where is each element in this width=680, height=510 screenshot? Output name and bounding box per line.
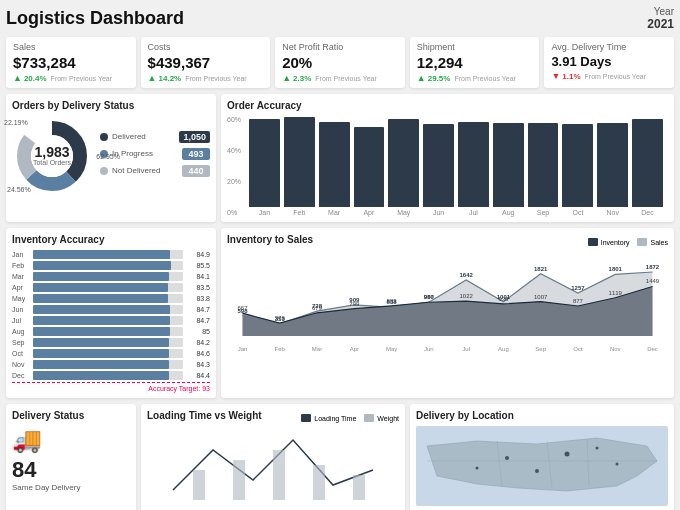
kpi-label-2: Net Profit Ratio	[282, 42, 398, 52]
bar-label-5: Jun	[433, 209, 444, 216]
svg-text:1449: 1449	[646, 278, 660, 284]
kpi-card-3: Shipment 12,294 ▲ 29.5% From Previous Ye…	[410, 37, 540, 88]
bar-label-11: Dec	[641, 209, 653, 216]
svg-rect-41	[233, 460, 245, 500]
dashboard: Logistics Dashboard Year 2021 Sales $733…	[0, 0, 680, 510]
bar-7	[493, 123, 524, 207]
kpi-label-4: Avg. Delivery Time	[551, 42, 667, 52]
inv-fill-1	[33, 261, 171, 270]
legend-badge-0: 1,050	[179, 131, 210, 143]
inv-sales-svg: 6673766797998839871022938100787711191449…	[227, 254, 668, 354]
bar-label-8: Sep	[537, 209, 549, 216]
inv-month-6: Jul	[12, 317, 30, 324]
inv-track-11	[33, 371, 183, 380]
inv-row-6: Jul 84.7	[12, 316, 210, 325]
delivery-status-title: Delivery Status	[12, 410, 130, 421]
svg-rect-44	[353, 475, 365, 500]
inv-val-2: 84.1	[186, 273, 210, 280]
svg-rect-42	[273, 450, 285, 500]
svg-text:1022: 1022	[459, 293, 473, 299]
page-title: Logistics Dashboard	[6, 8, 184, 29]
pct-delivered: 62.95%	[96, 153, 120, 160]
bar-col-0: Jan	[249, 119, 280, 216]
inv-fill-2	[33, 272, 169, 281]
svg-text:Jan: Jan	[238, 346, 248, 352]
svg-text:1821: 1821	[534, 266, 548, 272]
legend-badge-1: 493	[182, 148, 210, 160]
inv-row-11: Dec 84.4	[12, 371, 210, 380]
inv-val-11: 84.4	[186, 372, 210, 379]
kpi-arrow-1: ▲	[148, 73, 157, 83]
bottom-row: Inventory Accuracy Jan 84.9 Feb 85.5 Mar…	[6, 228, 674, 398]
kpi-value-0: $733,284	[13, 54, 129, 71]
svg-text:1001: 1001	[497, 294, 511, 300]
kpi-change-0: ▲ 20.4% From Previous Year	[13, 73, 129, 83]
kpi-arrow-2: ▲	[282, 73, 291, 83]
y-axis-label: 0%	[227, 209, 241, 216]
inv-track-10	[33, 360, 183, 369]
loading-time-legend: Loading Time	[301, 414, 356, 422]
inv-val-0: 84.9	[186, 251, 210, 258]
bar-col-10: Nov	[597, 123, 628, 216]
svg-text:1007: 1007	[534, 294, 548, 300]
svg-text:Aug: Aug	[498, 346, 509, 352]
bar-1	[284, 117, 315, 207]
inv-row-10: Nov 84.3	[12, 360, 210, 369]
location-title: Delivery by Location	[416, 410, 668, 421]
kpi-card-1: Costs $439,367 ▲ 14.2% From Previous Yea…	[141, 37, 271, 88]
last-row: Delivery Status 🚚 84 Same Day Delivery L…	[6, 404, 674, 510]
kpi-pct-4: 1.1%	[562, 72, 580, 81]
pct-not-delivered: 24.56%	[7, 186, 31, 193]
order-accuracy-card: Order Accuracy 60%40%20%0% Jan Feb Mar A…	[221, 94, 674, 222]
kpi-value-3: 12,294	[417, 54, 533, 71]
bar-col-6: Jul	[458, 122, 489, 216]
kpi-change-2: ▲ 2.3% From Previous Year	[282, 73, 398, 83]
svg-text:598: 598	[237, 308, 248, 314]
svg-text:990: 990	[424, 294, 435, 300]
bar-label-2: Mar	[328, 209, 340, 216]
kpi-value-2: 20%	[282, 54, 398, 71]
kpi-value-4: 3.91 Days	[551, 54, 667, 69]
accuracy-target: Accuracy Target: 93	[12, 382, 210, 392]
inv-month-0: Jan	[12, 251, 30, 258]
inv-track-0	[33, 250, 183, 259]
kpi-from-2: From Previous Year	[315, 75, 376, 82]
inv-accuracy-title: Inventory Accuracy	[12, 234, 210, 245]
svg-text:Jun: Jun	[424, 346, 434, 352]
bar-label-6: Jul	[469, 209, 478, 216]
kpi-label-0: Sales	[13, 42, 129, 52]
donut-center: 1,983 Total Orders	[33, 145, 71, 167]
loading-legend: Loading Time Weight	[301, 414, 399, 422]
kpi-change-4: ▼ 1.1% From Previous Year	[551, 71, 667, 81]
loading-chart	[147, 430, 399, 505]
bar-9	[562, 124, 593, 207]
inv-month-7: Aug	[12, 328, 30, 335]
bar-label-4: May	[397, 209, 410, 216]
bar-label-7: Aug	[502, 209, 514, 216]
weight-label: Weight	[377, 415, 399, 422]
inv-row-0: Jan 84.9	[12, 250, 210, 259]
orders-content: 1,983 Total Orders 22.19% 24.56% 62.95% …	[12, 116, 210, 196]
svg-text:Apr: Apr	[350, 346, 359, 352]
year-label: Year	[647, 6, 674, 17]
svg-text:1119: 1119	[609, 290, 623, 296]
area-chart: 6673766797998839871022938100787711191449…	[227, 254, 668, 354]
bar-chart: Jan Feb Mar Apr May Jun Jul Aug Sep Oct …	[244, 116, 668, 216]
inv-month-3: Apr	[12, 284, 30, 291]
kpi-arrow-4: ▼	[551, 71, 560, 81]
loading-time-color	[301, 414, 311, 422]
bar-col-3: Apr	[354, 127, 385, 216]
svg-text:877: 877	[573, 298, 584, 304]
year-value: 2021	[647, 17, 674, 31]
loading-card: Loading Time vs Weight Loading Time Weig…	[141, 404, 405, 510]
inv-month-1: Feb	[12, 262, 30, 269]
weight-legend: Weight	[364, 414, 399, 422]
inventory-label: Inventory	[601, 239, 630, 246]
legend-dot-label-2: Not Delivered	[100, 166, 160, 175]
bar-0	[249, 119, 280, 207]
inv-sales-header: Inventory to Sales Inventory Sales	[227, 234, 668, 250]
inv-val-4: 83.8	[186, 295, 210, 302]
inv-month-9: Oct	[12, 350, 30, 357]
bar-10	[597, 123, 628, 207]
y-axis-label: 20%	[227, 178, 241, 185]
